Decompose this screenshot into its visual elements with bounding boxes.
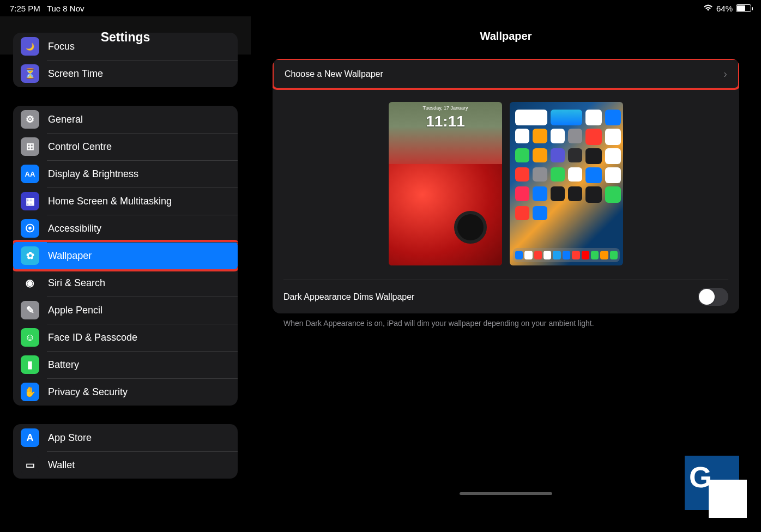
home-app-icon — [585, 110, 601, 125]
status-time: 7:25 PM — [10, 4, 40, 13]
wallpaper-icon: ✿ — [21, 246, 39, 265]
dock-app-icon — [572, 251, 579, 259]
dock-app-icon — [610, 251, 618, 259]
home-app-icon — [585, 129, 601, 144]
home-app-icon — [515, 110, 547, 125]
focus-icon: 🌙 — [21, 37, 39, 56]
sidebar-item-display-brightness[interactable]: AADisplay & Brightness — [13, 160, 238, 188]
dark-dims-toggle[interactable] — [698, 288, 728, 306]
apple-pencil-icon: ✎ — [21, 301, 39, 319]
sidebar-item-label: Control Centre — [48, 141, 112, 153]
dark-dims-footer: When Dark Appearance is on, iPad will di… — [251, 313, 761, 333]
sidebar-item-wallpaper[interactable]: ✿Wallpaper — [13, 242, 238, 269]
sidebar-item-label: General — [48, 114, 83, 125]
home-app-icon — [515, 129, 529, 143]
detail-pane: Wallpaper Choose a New Wallpaper › Tuesd… — [251, 0, 761, 532]
sidebar-item-label: Apple Pencil — [48, 305, 102, 316]
status-bar: 7:25 PM Tue 8 Nov 64% — [0, 0, 761, 16]
sidebar-item-label: Screen Time — [48, 68, 103, 80]
sidebar-item-label: Focus — [48, 41, 75, 52]
sidebar-item-label: Display & Brightness — [48, 168, 138, 180]
general-icon: ⚙ — [21, 110, 39, 129]
battery-percent: 64% — [716, 4, 733, 13]
dock-app-icon — [543, 251, 551, 259]
sidebar-item-label: Wallpaper — [48, 250, 92, 262]
choose-label: Choose a New Wallpaper — [285, 69, 383, 79]
sidebar-item-label: App Store — [48, 432, 92, 444]
home-indicator[interactable] — [460, 492, 552, 495]
home-app-icon — [605, 110, 621, 125]
home-app-icon — [515, 186, 529, 201]
home-app-icon — [568, 148, 582, 162]
choose-new-wallpaper-row[interactable]: Choose a New Wallpaper › — [274, 60, 738, 88]
sidebar-item-control-centre[interactable]: ⊞Control Centre — [13, 133, 238, 160]
wallpaper-previews: Tuesday, 17 January 11:11 — [283, 89, 728, 280]
sidebar-item-label: Home Screen & Multitasking — [48, 196, 172, 207]
watermark-icon: G — [685, 456, 739, 510]
home-app-icon — [605, 129, 621, 144]
sidebar-item-screen-time[interactable]: ⏳Screen Time — [13, 60, 238, 87]
siri-search-icon: ◉ — [21, 274, 39, 292]
dock-app-icon — [524, 251, 532, 259]
sidebar-item-label: Face ID & Passcode — [48, 332, 137, 343]
home-app-icon — [605, 167, 621, 183]
sidebar-item-privacy-security[interactable]: ✋Privacy & Security — [13, 378, 238, 406]
sidebar-item-apple-pencil[interactable]: ✎Apple Pencil — [13, 297, 238, 324]
dock-app-icon — [582, 251, 589, 259]
sidebar-item-face-id-passcode[interactable]: ☺Face ID & Passcode — [13, 324, 238, 351]
sidebar-item-accessibility[interactable]: ⦿Accessibility — [13, 215, 238, 242]
sidebar-item-battery[interactable]: ▮Battery — [13, 351, 238, 378]
status-date: Tue 8 Nov — [47, 4, 84, 13]
sidebar-item-focus[interactable]: 🌙Focus — [13, 33, 238, 60]
home-app-icon — [533, 186, 547, 201]
battery-icon: ▮ — [21, 355, 39, 374]
home-app-icon — [585, 186, 601, 202]
home-app-icon — [568, 186, 582, 201]
lock-screen-preview[interactable]: Tuesday, 17 January 11:11 — [389, 102, 502, 265]
home-app-icon — [551, 129, 565, 143]
home-app-icon — [585, 167, 601, 183]
home-app-icon — [515, 206, 529, 220]
battery-icon — [736, 4, 751, 12]
home-app-icon — [551, 167, 565, 182]
home-app-icon — [605, 186, 621, 202]
sidebar-item-app-store[interactable]: AApp Store — [13, 424, 238, 451]
home-app-icon — [551, 110, 583, 125]
privacy-security-icon: ✋ — [21, 383, 39, 401]
home-app-icon — [551, 148, 565, 162]
chevron-right-icon: › — [723, 68, 727, 80]
dock-app-icon — [600, 251, 608, 259]
accessibility-icon: ⦿ — [21, 219, 39, 238]
sidebar-item-label: Accessibility — [48, 223, 101, 234]
wifi-icon — [703, 4, 713, 13]
dock-app-icon — [563, 251, 570, 259]
home-screen-multitasking-icon: ▦ — [21, 192, 39, 210]
sidebar-item-label: Battery — [48, 359, 79, 371]
dark-dims-row: Dark Appearance Dims Wallpaper — [273, 280, 739, 313]
home-app-icon — [533, 148, 547, 162]
lock-date: Tuesday, 17 January — [389, 105, 502, 111]
sidebar-item-wallet[interactable]: ▭Wallet — [13, 451, 238, 479]
dock-app-icon — [534, 251, 542, 259]
home-app-icon — [533, 167, 547, 182]
sidebar: Settings 🌙Focus⏳Screen Time⚙General⊞Cont… — [0, 0, 251, 532]
sidebar-item-label: Wallet — [48, 460, 75, 471]
home-app-icon — [515, 148, 529, 162]
wallpaper-card: Choose a New Wallpaper › Tuesday, 17 Jan… — [273, 59, 739, 313]
detail-title: Wallpaper — [251, 16, 761, 59]
lock-time: 11:11 — [389, 113, 502, 130]
home-screen-preview[interactable] — [510, 102, 623, 265]
sidebar-item-label: Siri & Search — [48, 277, 105, 289]
app-store-icon: A — [21, 428, 39, 447]
sidebar-item-general[interactable]: ⚙General — [13, 106, 238, 133]
dock-app-icon — [515, 251, 523, 259]
control-centre-icon: ⊞ — [21, 137, 39, 156]
sidebar-item-siri-search[interactable]: ◉Siri & Search — [13, 269, 238, 297]
screen-time-icon: ⏳ — [21, 64, 39, 83]
home-app-icon — [585, 148, 601, 164]
dock-app-icon — [591, 251, 599, 259]
home-app-icon — [533, 129, 547, 143]
home-app-icon — [568, 129, 582, 143]
sidebar-item-home-screen-multitasking[interactable]: ▦Home Screen & Multitasking — [13, 188, 238, 215]
sidebar-item-label: Privacy & Security — [48, 386, 128, 398]
